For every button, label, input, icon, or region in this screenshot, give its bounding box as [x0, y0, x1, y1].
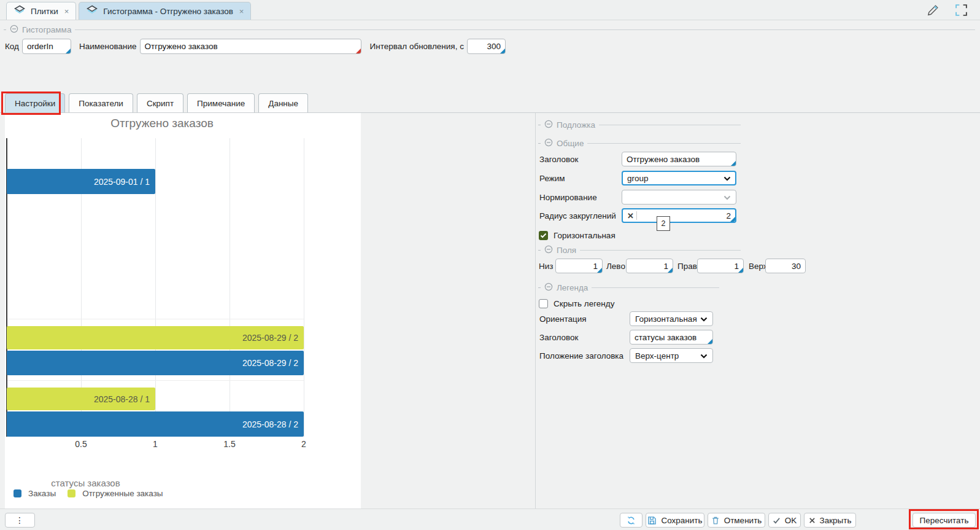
- section-title: Легенда: [557, 283, 588, 292]
- divider: [75, 29, 975, 30]
- hide-legend-checkbox[interactable]: [539, 299, 548, 308]
- chevron-down-icon: [723, 193, 731, 202]
- clear-icon[interactable]: ✕: [627, 211, 634, 220]
- name-label: Наименование: [79, 42, 137, 51]
- legend-orientation-label: Ориентация: [539, 314, 587, 324]
- close-tab-icon[interactable]: ×: [64, 7, 69, 16]
- legend-item-label: Заказы: [28, 489, 56, 498]
- chevron-down-icon: [700, 314, 708, 324]
- collapse-section-icon[interactable]: [544, 245, 553, 255]
- chart-gridline: [304, 138, 304, 437]
- collapse-section-icon[interactable]: [10, 25, 18, 35]
- close-tab-icon[interactable]: ×: [239, 7, 244, 16]
- legend-title-wrap: [630, 330, 713, 345]
- save-button[interactable]: Сохранить: [646, 513, 704, 528]
- margin-left-label: Лево: [606, 262, 625, 271]
- section-title: Подложка: [557, 120, 595, 130]
- fullscreen-icon[interactable]: [955, 4, 968, 18]
- kebab-icon: ⋮: [15, 515, 25, 525]
- x-axis-tick-label: 2: [290, 439, 317, 449]
- legend-title-position-select[interactable]: Верх-центр: [630, 348, 713, 363]
- margin-top-wrap: [765, 259, 806, 273]
- chart-gridline: [155, 138, 156, 437]
- legend-title-position-value: Верх-центр: [635, 351, 679, 360]
- chevron-down-icon: [723, 174, 731, 183]
- collapse-section-icon[interactable]: [544, 120, 553, 130]
- margin-right-wrap: [697, 259, 744, 273]
- legend-orientation-value: Горизонтальная: [635, 314, 697, 324]
- save-icon: [647, 516, 657, 525]
- chevron-down-icon: [700, 351, 708, 360]
- chart-legend-title: статусы заказов: [14, 478, 158, 488]
- button-label: Отменить: [724, 516, 762, 525]
- trash-icon: [711, 516, 720, 525]
- histogram-header-group: Гистограмма Код Наименование Интервал об…: [0, 20, 980, 88]
- legend-orientation-select[interactable]: Горизонтальная: [630, 311, 713, 326]
- interval-input[interactable]: [472, 42, 501, 51]
- button-label: OK: [785, 516, 797, 525]
- layers-icon: [86, 5, 98, 17]
- code-field-wrap: [22, 39, 71, 54]
- check-icon: [773, 516, 781, 524]
- mode-label: Режим: [539, 174, 565, 183]
- ok-button[interactable]: OK: [768, 513, 801, 528]
- radius-field-wrap: ✕: [622, 208, 736, 223]
- normalization-select[interactable]: [622, 190, 736, 205]
- section-title: Поля: [557, 246, 576, 255]
- window-tab-tiles[interactable]: Плитки×: [6, 2, 76, 20]
- mode-select[interactable]: group: [622, 171, 736, 185]
- window-tab-label: Гистограмма - Отгружено заказов: [103, 7, 233, 16]
- cancel-button[interactable]: Отменить: [708, 513, 765, 528]
- margin-right-input[interactable]: [702, 262, 739, 271]
- interval-label: Интервал обновления, с: [370, 42, 464, 51]
- section-title: Гистограмма: [22, 25, 71, 34]
- chart-title-field-wrap: [622, 152, 736, 166]
- name-input[interactable]: [145, 42, 357, 51]
- tab-note[interactable]: Примечание: [187, 93, 255, 112]
- horizontal-checkbox-label: Горизонтальная: [554, 231, 615, 240]
- more-actions-button[interactable]: ⋮: [5, 513, 35, 528]
- legend-title-label: Заголовок: [539, 333, 578, 342]
- edit-icon[interactable]: [927, 3, 940, 18]
- chart-title-input[interactable]: [627, 155, 731, 164]
- code-label: Код: [5, 42, 19, 51]
- code-input[interactable]: [27, 42, 66, 51]
- legend-item[interactable]: Заказы: [14, 489, 56, 498]
- window-tab-histogram[interactable]: Гистограмма - Отгружено заказов×: [79, 2, 251, 20]
- legend-title-input[interactable]: [635, 333, 708, 342]
- legend-swatch: [68, 489, 75, 497]
- margin-left-input[interactable]: [631, 262, 668, 271]
- button-label: Пересчитать: [920, 516, 969, 525]
- margin-top-input[interactable]: [770, 262, 801, 271]
- margin-left-wrap: [626, 259, 673, 273]
- bottom-toolbar: ⋮ СохранитьОтменитьOKЗакрытьПересчитать: [0, 509, 980, 530]
- collapse-section-icon[interactable]: [544, 138, 553, 149]
- chart-gridline: [7, 380, 304, 381]
- tab-indicators[interactable]: Показатели: [69, 93, 133, 112]
- hide-legend-label: Скрыть легенду: [554, 299, 614, 308]
- margin-bottom-wrap: [555, 259, 603, 273]
- chart-panel: Отгружено заказов 2025-09-01 / 12025-08-…: [5, 113, 361, 509]
- chart-gridline: [230, 138, 230, 437]
- refresh-button[interactable]: [620, 513, 642, 528]
- chart-bar: 2025-08-28 / 2: [7, 411, 304, 437]
- horizontal-checkbox[interactable]: [539, 231, 548, 240]
- section-title: Общие: [557, 139, 584, 148]
- tab-script[interactable]: Скрипт: [137, 93, 183, 112]
- recalculate-button[interactable]: Пересчитать: [912, 513, 976, 528]
- margin-bottom-input[interactable]: [560, 262, 598, 271]
- collapse-section-icon[interactable]: [544, 283, 553, 293]
- tab-data[interactable]: Данные: [258, 93, 308, 112]
- margin-bottom-label: Низ: [539, 262, 553, 271]
- close-x-icon: [809, 517, 816, 524]
- text-cursor: [636, 211, 637, 220]
- chart-title: Отгружено заказов: [9, 117, 315, 130]
- close-button[interactable]: Закрыть: [804, 513, 856, 528]
- radius-drag-tooltip: 2: [657, 216, 670, 231]
- mode-value: group: [627, 174, 649, 183]
- legend-item[interactable]: Отгруженные заказы: [68, 489, 163, 498]
- radius-label: Радиус закруглений: [539, 211, 616, 220]
- radius-input[interactable]: [639, 211, 731, 220]
- tab-settings[interactable]: Настройки: [5, 93, 65, 112]
- x-axis-tick-label: 0.5: [68, 439, 95, 449]
